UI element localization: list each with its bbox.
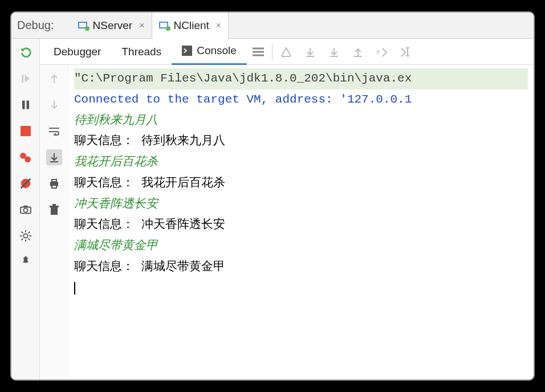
svg-line-18 (21, 239, 23, 240)
drop-frame-icon[interactable]: × (374, 44, 390, 60)
stdout-line: 聊天信息： 待到秋来九月八 (74, 134, 225, 148)
layout-settings-icon[interactable] (250, 44, 266, 60)
show-execution-point-icon[interactable] (278, 44, 294, 60)
stop-button[interactable] (18, 123, 34, 139)
user-input-line: 满城尽带黄金甲 (74, 239, 158, 252)
tab-console[interactable]: Console (172, 39, 247, 65)
svg-rect-10 (23, 206, 27, 207)
user-input-line: 待到秋来九月八 (74, 114, 158, 127)
debug-label: Debug: (17, 19, 54, 32)
tab-debugger[interactable]: Debugger (43, 39, 111, 65)
tab-label: Console (197, 44, 237, 57)
user-input-line: 冲天香阵透长安 (74, 198, 158, 211)
run-tab-label: NServer (93, 19, 133, 32)
step-out-icon[interactable] (350, 44, 366, 60)
svg-rect-45 (52, 204, 56, 206)
tab-label: Threads (121, 46, 161, 58)
svg-rect-0 (22, 75, 23, 83)
stdout-line: 聊天信息： 冲天香阵透长安 (74, 218, 225, 231)
soft-wrap-icon[interactable] (46, 123, 62, 139)
command-line: "C:\Program Files\Java\jdk1.8.0_202\bin\… (74, 68, 528, 89)
debug-left-toolbar (11, 39, 40, 379)
console-side-toolbar (40, 65, 68, 379)
stdout-line: 聊天信息： 我花开后百花杀 (74, 177, 225, 190)
pin-button[interactable] (18, 254, 34, 270)
svg-text:×: × (376, 47, 380, 56)
svg-line-17 (28, 239, 30, 240)
run-tab-label: NClient (174, 19, 209, 32)
run-config-icon (159, 22, 169, 30)
run-to-cursor-icon[interactable] (398, 44, 414, 60)
previous-icon[interactable] (46, 71, 62, 87)
svg-point-9 (23, 208, 27, 212)
text-cursor (74, 282, 75, 295)
svg-rect-41 (52, 179, 56, 182)
svg-rect-3 (21, 126, 31, 136)
clear-icon[interactable] (46, 202, 62, 218)
svg-rect-1 (22, 101, 25, 109)
svg-point-5 (25, 156, 31, 162)
close-icon[interactable]: × (139, 21, 144, 31)
stdout-line: 聊天信息： 满城尽带黄金甲 (74, 260, 225, 273)
separator (272, 44, 272, 60)
vm-connect-line: Connected to the target VM, address: '12… (74, 93, 412, 106)
svg-line-19 (28, 232, 30, 234)
debug-inner-tabs: Debugger Threads Console (40, 39, 534, 65)
svg-rect-44 (50, 206, 59, 207)
settings-button[interactable] (18, 228, 34, 244)
svg-point-11 (23, 234, 27, 238)
console-output[interactable]: "C:\Program Files\Java\jdk1.8.0_202\bin\… (68, 65, 534, 379)
next-icon[interactable] (46, 97, 62, 113)
svg-rect-42 (52, 185, 56, 188)
svg-rect-43 (51, 207, 58, 215)
run-tab-nserver[interactable]: NServer × (71, 13, 152, 39)
print-icon[interactable] (46, 175, 62, 191)
svg-line-16 (21, 232, 23, 234)
pause-button[interactable] (18, 97, 34, 113)
run-tab-nclient[interactable]: NClient × (152, 13, 229, 39)
run-config-icon (78, 22, 88, 30)
svg-rect-2 (26, 101, 29, 109)
step-into-icon[interactable] (326, 44, 342, 60)
user-input-line: 我花开后百花杀 (74, 156, 158, 169)
step-toolbar: × (278, 44, 414, 60)
resume-button[interactable] (18, 71, 34, 87)
close-icon[interactable]: × (216, 21, 221, 31)
debug-tool-window: Debug: NServer × NClient × (10, 11, 535, 381)
scroll-to-end-icon[interactable] (46, 149, 62, 165)
step-over-icon[interactable] (302, 44, 318, 60)
mute-breakpoints-button[interactable] (18, 175, 34, 191)
view-breakpoints-button[interactable] (18, 149, 34, 165)
tab-threads[interactable]: Threads (111, 39, 172, 65)
rerun-button[interactable] (18, 44, 34, 60)
tab-label: Debugger (54, 46, 101, 58)
console-icon (182, 46, 192, 56)
thread-dump-button[interactable] (18, 202, 34, 218)
debug-titlebar: Debug: NServer × NClient × (11, 13, 534, 39)
